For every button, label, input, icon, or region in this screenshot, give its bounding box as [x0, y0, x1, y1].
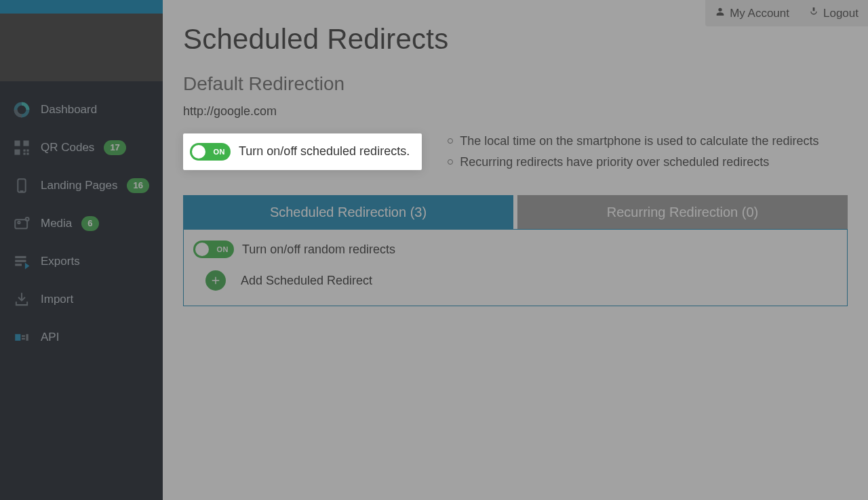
sidebar-logo-area — [0, 14, 163, 81]
svg-rect-14 — [15, 260, 26, 262]
random-redirects-toggle[interactable]: ON — [193, 241, 234, 258]
sidebar-nav: Dashboard QR Codes 17 Landing Pages 16 M… — [0, 81, 163, 356]
sidebar-item-label: Exports — [41, 255, 80, 268]
add-scheduled-button[interactable] — [205, 270, 226, 291]
sidebar-item-dashboard[interactable]: Dashboard — [0, 91, 163, 129]
logout-link[interactable]: Logout — [799, 0, 868, 26]
qr-code-icon — [12, 139, 31, 157]
svg-rect-18 — [22, 338, 25, 339]
sidebar-item-label: API — [41, 331, 59, 344]
sidebar-badge: 17 — [104, 140, 125, 155]
scheduled-toggle-label: Turn on/off scheduled redirects. — [239, 144, 410, 159]
main: My Account Logout Scheduled Redirects De… — [163, 0, 868, 500]
exports-icon — [12, 253, 31, 270]
svg-rect-15 — [15, 264, 22, 266]
sidebar-item-label: Dashboard — [41, 103, 97, 117]
svg-rect-2 — [23, 140, 28, 146]
info-line: The local time on the smartphone is used… — [448, 131, 818, 152]
sidebar-item-label: QR Codes — [41, 141, 94, 154]
logout-label: Logout — [823, 7, 859, 20]
info-list: The local time on the smartphone is used… — [448, 131, 818, 172]
logout-icon — [808, 6, 819, 20]
sidebar-item-qr-codes[interactable]: QR Codes 17 — [0, 129, 163, 167]
sidebar-item-api[interactable]: API — [0, 318, 163, 356]
svg-rect-7 — [26, 152, 28, 154]
svg-rect-13 — [15, 256, 26, 258]
scheduled-tab-panel: ON Turn on/off random redirects Add Sche… — [183, 229, 848, 306]
random-redirects-row: ON Turn on/off random redirects — [193, 241, 837, 258]
topbar: My Account Logout — [705, 0, 868, 26]
my-account-label: My Account — [730, 7, 789, 20]
svg-rect-3 — [14, 149, 20, 154]
default-redirect-url: http://google.com — [183, 104, 848, 119]
sidebar-item-exports[interactable]: Exports — [0, 243, 163, 280]
add-scheduled-row: Add Scheduled Redirect — [193, 270, 837, 291]
svg-rect-6 — [23, 152, 25, 154]
import-icon — [12, 291, 31, 308]
user-icon — [715, 6, 726, 20]
scheduled-toggle-row: ON Turn on/off scheduled redirects. The … — [183, 131, 848, 172]
tab-recurring-redirection[interactable]: Recurring Redirection (0) — [517, 195, 848, 229]
page-title: Scheduled Redirects — [183, 23, 848, 56]
info-line: Recurring redirects have priority over s… — [448, 152, 818, 173]
info-text: Recurring redirects have priority over s… — [460, 152, 769, 173]
svg-rect-5 — [26, 149, 28, 151]
default-redirection-heading: Default Redirection — [183, 73, 848, 95]
plus-icon — [210, 274, 222, 287]
content: Scheduled Redirects Default Redirection … — [163, 0, 868, 306]
tab-scheduled-redirection[interactable]: Scheduled Redirection (3) — [183, 195, 513, 229]
sidebar-item-label: Import — [41, 293, 73, 306]
svg-rect-8 — [18, 179, 25, 192]
sidebar-item-landing-pages[interactable]: Landing Pages 16 — [0, 167, 163, 205]
scheduled-toggle-panel: ON Turn on/off scheduled redirects. — [183, 133, 422, 170]
sidebar-badge: 6 — [81, 216, 98, 231]
scheduled-redirects-toggle[interactable]: ON — [190, 143, 231, 161]
sidebar-badge: 16 — [127, 178, 149, 193]
dashboard-icon — [12, 101, 31, 119]
redirection-tabs: Scheduled Redirection (3) Recurring Redi… — [183, 195, 848, 229]
add-scheduled-label: Add Scheduled Redirect — [241, 274, 372, 288]
svg-rect-19 — [26, 334, 28, 341]
sidebar-item-media[interactable]: Media 6 — [0, 205, 163, 243]
svg-rect-16 — [15, 334, 20, 341]
svg-rect-17 — [22, 335, 25, 337]
random-toggle-label: Turn on/off random redirects — [242, 243, 395, 257]
sidebar-item-label: Media — [41, 217, 72, 230]
svg-rect-4 — [23, 149, 25, 151]
sidebar-item-import[interactable]: Import — [0, 280, 163, 318]
sidebar: Dashboard QR Codes 17 Landing Pages 16 M… — [0, 0, 163, 500]
my-account-link[interactable]: My Account — [705, 0, 799, 26]
landing-pages-icon — [12, 177, 31, 194]
info-text: The local time on the smartphone is used… — [460, 131, 818, 152]
svg-point-12 — [26, 217, 29, 221]
media-icon — [12, 215, 31, 232]
sidebar-brandband — [0, 0, 163, 14]
svg-point-11 — [18, 222, 20, 224]
svg-rect-10 — [15, 220, 27, 228]
sidebar-item-label: Landing Pages — [41, 179, 117, 192]
svg-rect-1 — [14, 140, 20, 146]
api-icon — [12, 329, 31, 346]
